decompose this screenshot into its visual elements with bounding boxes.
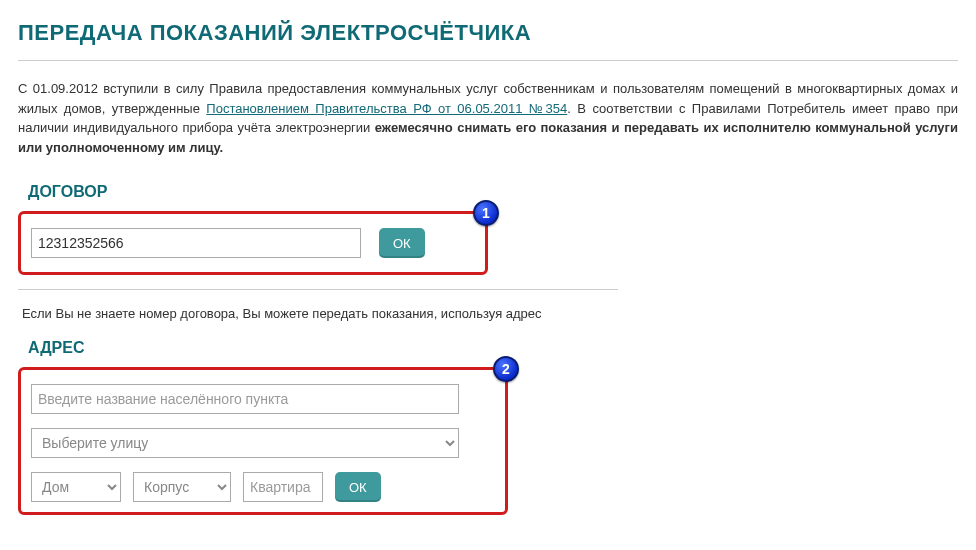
contract-ok-button[interactable]: ОК <box>379 228 425 258</box>
house-select[interactable]: Дом <box>31 472 121 502</box>
contract-number-input[interactable] <box>31 228 361 258</box>
apartment-input[interactable] <box>243 472 323 502</box>
regulation-link[interactable]: Постановлением Правительства РФ от 06.05… <box>206 101 567 116</box>
divider <box>18 60 958 61</box>
divider-2 <box>18 289 618 290</box>
city-input[interactable] <box>31 384 459 414</box>
callout-badge-2: 2 <box>493 356 519 382</box>
contract-callout: 1 ОК <box>18 211 488 275</box>
intro-paragraph: С 01.09.2012 вступили в силу Правила пре… <box>18 79 958 157</box>
address-section-heading: АДРЕС <box>28 339 958 357</box>
contract-section-heading: ДОГОВОР <box>28 183 958 201</box>
address-callout: 2 Выберите улицу Дом Корпус ОК <box>18 367 508 515</box>
street-select[interactable]: Выберите улицу <box>31 428 459 458</box>
address-ok-button[interactable]: ОК <box>335 472 381 502</box>
no-contract-note: Если Вы не знаете номер договора, Вы мож… <box>22 306 958 321</box>
korpus-select[interactable]: Корпус <box>133 472 231 502</box>
page-title: ПЕРЕДАЧА ПОКАЗАНИЙ ЭЛЕКТРОСЧЁТЧИКА <box>18 20 958 46</box>
callout-badge-1: 1 <box>473 200 499 226</box>
